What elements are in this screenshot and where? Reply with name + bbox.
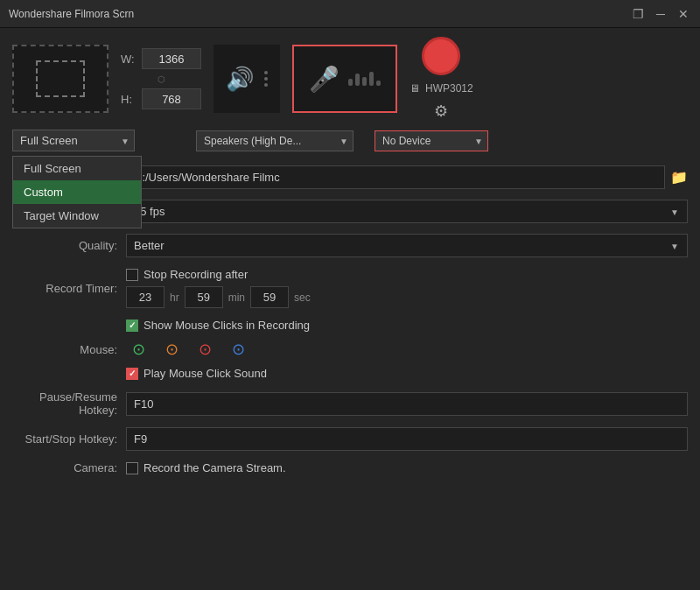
timer-hr-label: hr bbox=[170, 291, 179, 304]
height-label: H: bbox=[121, 93, 136, 106]
mode-select[interactable]: Full Screen Custom Target Window bbox=[12, 130, 135, 151]
show-mouse-row: ✓ Show Mouse Clicks in Recording bbox=[126, 319, 688, 332]
show-mouse-label: Show Mouse Clicks in Recording bbox=[144, 319, 310, 332]
settings-button[interactable]: ⚙ bbox=[434, 102, 448, 121]
mode-option-custom[interactable]: Custom bbox=[13, 180, 141, 204]
titlebar: Wondershare Filmora Scrn ❐ ─ ✕ bbox=[0, 0, 700, 28]
record-timer-label: Record Timer: bbox=[12, 282, 126, 295]
camera-control: Record the Camera Stream. bbox=[126, 461, 688, 474]
no-device-select-wrapper[interactable]: No Device bbox=[374, 130, 488, 151]
frame-rate-control: 15 fps 20 fps 25 fps 30 fps 60 fps bbox=[126, 200, 688, 223]
dimensions-panel: W: ⬡ H: bbox=[121, 48, 201, 109]
speaker-box: 🔊 bbox=[214, 45, 280, 113]
checkmark-red: ✓ bbox=[129, 369, 136, 378]
pause-hotkey-row: Pause/Resume Hotkey: bbox=[12, 390, 688, 417]
restore-button[interactable]: ❐ bbox=[630, 6, 646, 22]
height-row: H: bbox=[121, 88, 201, 109]
speakers-select[interactable]: Speakers (High De... bbox=[196, 130, 354, 151]
start-stop-input[interactable] bbox=[126, 427, 688, 451]
mode-select-wrapper[interactable]: Full Screen Custom Target Window bbox=[12, 130, 135, 151]
pause-hotkey-label: Pause/Resume Hotkey: bbox=[12, 390, 126, 417]
no-device-wrapper: No Device bbox=[374, 130, 488, 151]
cursor-blue-icon[interactable]: ⊙ bbox=[226, 337, 250, 362]
record-timer-control: Stop Recording after hr min sec bbox=[126, 268, 688, 308]
start-stop-row: Start/Stop Hotkey: bbox=[12, 427, 688, 451]
cursor-green-icon[interactable]: ⊙ bbox=[126, 337, 150, 362]
stop-after-checkbox[interactable] bbox=[126, 269, 138, 281]
camera-checkbox[interactable] bbox=[126, 462, 138, 474]
browse-folder-button[interactable]: 📁 bbox=[670, 169, 688, 186]
mode-option-fullscreen[interactable]: Full Screen bbox=[13, 157, 141, 180]
start-stop-label: Start/Stop Hotkey: bbox=[12, 432, 126, 446]
mouse-icons-row: ⊙ ⊙ ⊙ ⊙ bbox=[126, 337, 688, 362]
quality-row: Quality: Good Better Best bbox=[12, 234, 688, 257]
width-input[interactable] bbox=[142, 48, 201, 69]
app-title: Wondershare Filmora Scrn bbox=[9, 8, 630, 20]
top-controls-row: W: ⬡ H: 🔊 🎤 bbox=[12, 37, 688, 121]
camera-label: Camera: bbox=[12, 461, 126, 474]
play-sound-checkbox[interactable]: ✓ bbox=[126, 368, 138, 380]
mode-option-targetwindow[interactable]: Target Window bbox=[13, 204, 141, 228]
record-button[interactable] bbox=[422, 37, 460, 75]
frame-rate-select-wrapper[interactable]: 15 fps 20 fps 25 fps 30 fps 60 fps bbox=[126, 200, 688, 223]
height-input[interactable] bbox=[142, 88, 201, 109]
mic-box: 🎤 bbox=[292, 45, 397, 113]
save-to-control: 📁 bbox=[126, 165, 688, 189]
play-sound-row: ✓ Play Mouse Click Sound bbox=[126, 367, 688, 380]
camera-checkbox-row: Record the Camera Stream. bbox=[126, 461, 688, 474]
minimize-button[interactable]: ─ bbox=[653, 6, 668, 22]
device-name: HWP3012 bbox=[425, 82, 473, 95]
camera-checkbox-label: Record the Camera Stream. bbox=[144, 461, 286, 474]
link-icon: ⬡ bbox=[158, 74, 165, 84]
width-row: W: bbox=[121, 48, 201, 69]
mode-select-container: Full Screen Custom Target Window Full Sc… bbox=[12, 130, 135, 151]
stop-after-row: Stop Recording after bbox=[126, 268, 688, 281]
speakers-wrapper: Speakers (High De... bbox=[196, 130, 354, 151]
device-label: 🖥 HWP3012 bbox=[410, 82, 473, 95]
pause-hotkey-control bbox=[126, 392, 688, 416]
monitor-icon: 🖥 bbox=[410, 82, 420, 95]
quality-select-wrapper[interactable]: Good Better Best bbox=[126, 234, 688, 257]
quality-control: Good Better Best bbox=[126, 234, 688, 257]
window-controls: ❐ ─ ✕ bbox=[630, 6, 691, 22]
main-content: W: ⬡ H: 🔊 🎤 bbox=[0, 28, 700, 590]
mic-icon: 🎤 bbox=[309, 65, 340, 94]
mode-dropdown-menu: Full Screen Custom Target Window bbox=[12, 156, 142, 228]
quality-label: Quality: bbox=[12, 239, 126, 252]
mouse-row: Mouse: ✓ Show Mouse Clicks in Recording … bbox=[12, 319, 688, 380]
timer-minutes-input[interactable] bbox=[185, 286, 223, 308]
show-mouse-checkbox[interactable]: ✓ bbox=[126, 320, 138, 332]
width-label: W: bbox=[121, 53, 136, 66]
checkmark: ✓ bbox=[129, 320, 136, 330]
pause-hotkey-input[interactable] bbox=[126, 392, 688, 416]
frame-rate-select[interactable]: 15 fps 20 fps 25 fps 30 fps 60 fps bbox=[126, 200, 688, 223]
timer-hours-input[interactable] bbox=[126, 286, 164, 308]
speaker-icon: 🔊 bbox=[226, 66, 254, 93]
no-device-select[interactable]: No Device bbox=[374, 130, 488, 151]
mouse-label: Mouse: bbox=[12, 343, 126, 356]
mic-level bbox=[348, 72, 381, 86]
stop-after-label: Stop Recording after bbox=[144, 268, 248, 281]
camera-row: Camera: Record the Camera Stream. bbox=[12, 461, 688, 474]
timer-seconds-input[interactable] bbox=[250, 286, 289, 308]
timer-min-label: min bbox=[228, 291, 245, 304]
cursor-orange-icon[interactable]: ⊙ bbox=[159, 337, 184, 362]
timer-inputs-row: hr min sec bbox=[126, 286, 688, 308]
record-timer-row: Record Timer: Stop Recording after hr mi… bbox=[12, 268, 688, 308]
capture-preview bbox=[12, 45, 108, 113]
quality-select[interactable]: Good Better Best bbox=[126, 234, 688, 257]
speaker-level bbox=[264, 71, 268, 87]
mouse-control: ✓ Show Mouse Clicks in Recording ⊙ ⊙ ⊙ ⊙… bbox=[126, 319, 688, 380]
save-to-input[interactable] bbox=[126, 165, 665, 189]
cursor-red-icon[interactable]: ⊙ bbox=[192, 337, 217, 362]
timer-sec-label: sec bbox=[294, 291, 311, 304]
start-stop-control bbox=[126, 427, 688, 451]
capture-preview-inner bbox=[36, 60, 85, 97]
mode-row: Full Screen Custom Target Window Full Sc… bbox=[12, 130, 688, 151]
close-button[interactable]: ✕ bbox=[676, 6, 691, 22]
play-sound-label: Play Mouse Click Sound bbox=[144, 367, 267, 380]
speakers-select-wrapper[interactable]: Speakers (High De... bbox=[196, 130, 354, 151]
